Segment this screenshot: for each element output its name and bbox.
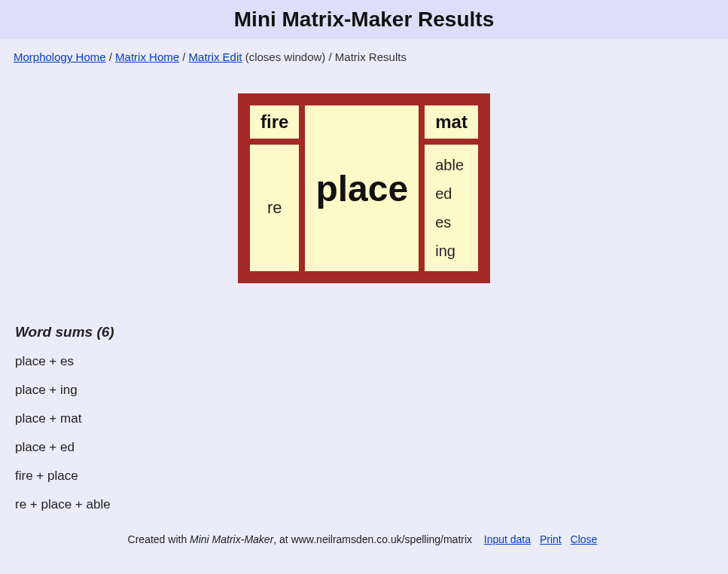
footer-link-input-data[interactable]: Input data	[484, 533, 531, 545]
footer: Created with Mini Matrix-Maker, at www.n…	[0, 526, 728, 548]
breadcrumb-sep: /	[329, 50, 335, 63]
matrix-suffix-ed: ed	[435, 179, 468, 208]
footer-link-print[interactable]: Print	[540, 533, 562, 545]
matrix-prefix-re: re	[250, 145, 299, 271]
matrix-suffix-able: able	[435, 151, 468, 179]
footer-mid: , at www.neilramsden.co.uk/spelling/matr…	[273, 533, 472, 545]
matrix-suffix-list: able ed es ing	[425, 145, 478, 271]
breadcrumb-trail: (closes window)	[242, 50, 325, 63]
word-sums-title: Word sums (6)	[15, 324, 713, 340]
word-sum-item: place + mat	[15, 411, 713, 426]
breadcrumb-morphology-home[interactable]: Morphology Home	[14, 50, 106, 63]
matrix-suffix-es: es	[435, 208, 468, 237]
matrix-root: place	[305, 105, 419, 271]
word-sums-section: Word sums (6) place + es place + ing pla…	[0, 316, 728, 512]
footer-prefix: Created with	[128, 533, 190, 545]
breadcrumb-current: Matrix Results	[335, 50, 407, 63]
matrix-table: fire place mat re able ed es ing	[238, 93, 490, 283]
page-title: Mini Matrix-Maker Results	[0, 8, 728, 32]
breadcrumb-matrix-edit[interactable]: Matrix Edit	[189, 50, 242, 63]
header: Mini Matrix-Maker Results	[0, 0, 728, 39]
word-sum-item: place + es	[15, 354, 713, 369]
word-sum-item: fire + place	[15, 469, 713, 484]
footer-tool-name: Mini Matrix-Maker	[190, 533, 273, 545]
breadcrumb-sep: /	[109, 50, 115, 63]
breadcrumb-sep: /	[182, 50, 188, 63]
word-sum-item: place + ing	[15, 383, 713, 398]
breadcrumb-matrix-home[interactable]: Matrix Home	[115, 50, 179, 63]
word-sum-item: re + place + able	[15, 497, 713, 512]
matrix-prefix-fire: fire	[250, 105, 299, 139]
breadcrumb: Morphology Home / Matrix Home / Matrix E…	[0, 39, 728, 71]
word-sum-item: place + ed	[15, 440, 713, 455]
matrix-suffix-ing: ing	[435, 237, 468, 265]
footer-link-close[interactable]: Close	[571, 533, 598, 545]
matrix-suffix-mat: mat	[425, 105, 478, 139]
matrix-container: fire place mat re able ed es ing	[0, 71, 728, 316]
